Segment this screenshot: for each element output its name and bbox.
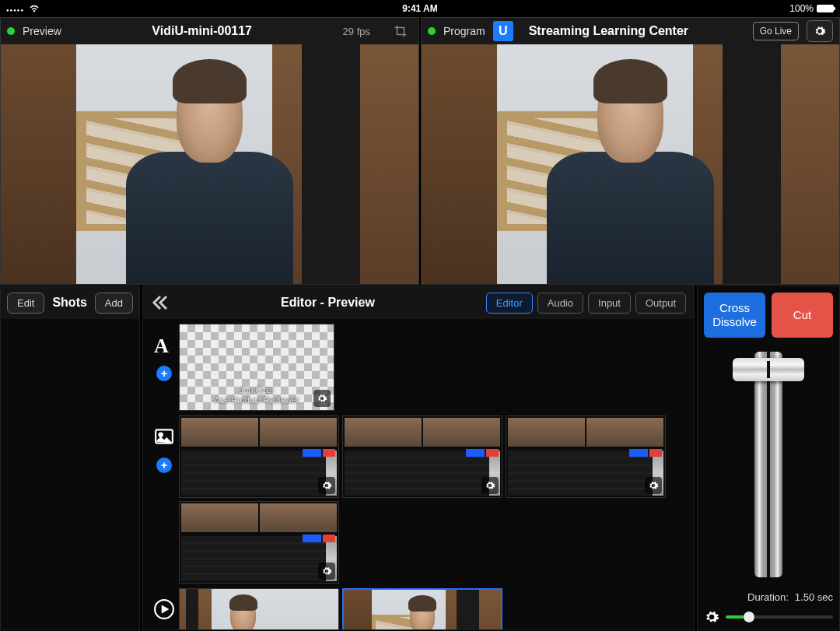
clock: 9:41 AM (402, 3, 438, 14)
images-row: + (149, 415, 688, 584)
battery-percent: 100% (789, 3, 814, 14)
overlay-thumb-1[interactable]: Jan Ozer Ace Product Reviewer (179, 324, 334, 411)
preview-fps: 29 fps (343, 26, 370, 37)
wifi-icon (29, 5, 40, 12)
preview-video[interactable] (1, 44, 418, 284)
cross-dissolve-button[interactable]: Cross Dissolve (704, 293, 765, 338)
transition-settings-button[interactable] (704, 609, 719, 625)
source-thumb-2[interactable]: VidiU-mini-00117 (342, 588, 502, 629)
duration-label: Duration: (747, 591, 789, 603)
tab-audio[interactable]: Audio (537, 293, 583, 314)
program-title: Streaming Learning Center (521, 24, 745, 38)
collapse-chevrons-icon[interactable] (151, 293, 170, 312)
status-bar: 9:41 AM 100% (0, 0, 840, 17)
preview-header: Preview VidiU-mini-00117 29 fps (1, 18, 418, 44)
source-thumb-1[interactable]: Jan's iPhone (2) (179, 588, 339, 629)
image-thumb-1[interactable] (179, 415, 339, 498)
add-image-button[interactable]: + (156, 457, 172, 473)
image-thumb-2-settings[interactable] (481, 477, 499, 494)
battery-icon (817, 5, 834, 12)
image-thumb-4-settings[interactable] (318, 563, 335, 580)
signal-dots-icon (6, 3, 24, 14)
transition-panel: Cross Dissolve Cut Duration: 1.50 sec (697, 286, 840, 630)
svg-point-1 (159, 433, 163, 436)
program-video[interactable] (422, 44, 839, 284)
text-overlay-icon: A (154, 335, 174, 355)
shots-add-button[interactable]: Add (95, 293, 133, 314)
preview-pane: Preview VidiU-mini-00117 29 fps (0, 17, 419, 285)
add-overlay-button[interactable]: + (156, 366, 172, 381)
t-bar-slider[interactable] (730, 352, 807, 577)
duration-slider[interactable] (726, 615, 833, 619)
tab-output[interactable]: Output (635, 293, 686, 314)
overlays-row: A + Jan Ozer Ace Product Reviewer (149, 324, 688, 411)
shots-title: Shots (52, 296, 86, 310)
cut-button[interactable]: Cut (772, 293, 833, 338)
video-source-icon (154, 599, 174, 619)
preview-title: VidiU-mini-00117 (69, 24, 335, 38)
program-status-dot (428, 27, 436, 35)
overlay-text: Jan Ozer Ace Product Reviewer (180, 385, 334, 405)
shots-panel: Edit Shots Add (0, 286, 140, 630)
go-live-button[interactable]: Go Live (753, 22, 799, 40)
program-pane: Program U Streaming Learning Center Go L… (421, 17, 840, 285)
image-thumb-4[interactable] (179, 501, 339, 584)
editor-panel: Editor - Preview Editor Audio Input Outp… (142, 286, 695, 630)
battery-indicator: 100% (789, 3, 834, 14)
preview-label: Preview (23, 25, 61, 37)
ustream-badge-icon: U (493, 21, 513, 41)
shots-edit-button[interactable]: Edit (7, 293, 44, 314)
image-thumb-1-settings[interactable] (318, 477, 335, 494)
editor-tabs: Editor Audio Input Output (486, 293, 686, 314)
duration-value: 1.50 sec (795, 591, 833, 603)
program-header: Program U Streaming Learning Center Go L… (422, 18, 839, 44)
tab-input[interactable]: Input (588, 293, 631, 314)
preview-status-dot (7, 27, 15, 35)
image-icon (154, 426, 174, 447)
image-thumb-2[interactable] (342, 415, 502, 498)
crop-icon[interactable] (394, 24, 408, 38)
tab-editor[interactable]: Editor (486, 293, 533, 314)
image-thumb-3-settings[interactable] (645, 477, 662, 494)
image-thumb-3[interactable] (506, 415, 666, 498)
program-settings-button[interactable] (807, 20, 833, 42)
overlay-settings-button[interactable] (313, 390, 331, 407)
editor-title: Editor - Preview (177, 296, 478, 310)
program-label: Program (443, 25, 485, 37)
sources-row: + Jan's iPhone (2) (149, 588, 688, 629)
